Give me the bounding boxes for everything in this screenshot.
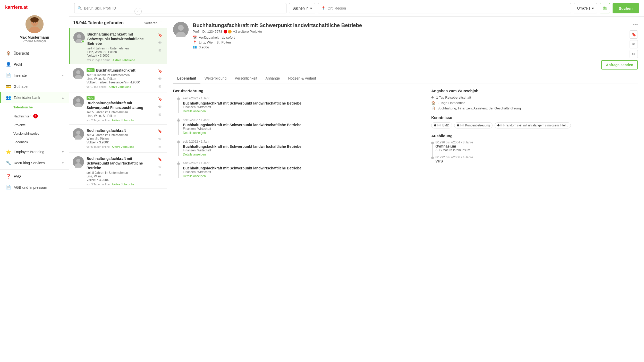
details-anzeigen-link[interactable]: Details anzeigen... <box>183 153 421 156</box>
sidebar-item-faq[interactable]: ❓ FAQ <box>0 171 69 182</box>
tab-lebenslauf[interactable]: Lebenslauf <box>173 74 200 83</box>
view-candidate-button[interactable]: 👁 <box>157 164 163 170</box>
candidate-name: Buchhaltungsfachkraft mit Schwerpunkt la… <box>87 32 154 46</box>
save-candidate-button[interactable]: 🔖 <box>157 32 163 38</box>
mail-candidate-button[interactable]: ✉ <box>157 111 163 118</box>
main-content: ‹ Suchen in ▾ 📍 Umkreis ▾ <box>69 0 644 362</box>
search-button[interactable]: Suchen <box>613 3 639 13</box>
view-candidate-button[interactable]: 👁 <box>157 104 163 110</box>
sidebar-item-agb[interactable]: 📄 AGB und Impressum <box>0 182 69 193</box>
mail-candidate-button[interactable]: ✉ <box>157 83 163 90</box>
candidate-duration: seit 8 Jahren im Unternehmen <box>87 171 154 175</box>
suchen-in-dropdown[interactable]: Suchen in ▾ <box>289 3 315 13</box>
salary-row: 💶 3.900€ <box>193 45 597 49</box>
chevron-left-icon: ‹ <box>138 10 139 13</box>
candidate-meta: vor 3 Tagen online Aktive Jobsuche <box>87 183 154 186</box>
location-input-wrap: 📍 <box>318 3 571 13</box>
sidebar-item-label: Profil <box>14 62 64 66</box>
sidebar-item-guthaben[interactable]: 💳 Guthaben <box>0 81 69 92</box>
sidebar-item-label: Guthaben <box>14 84 64 89</box>
save-candidate-button[interactable]: 🔖 <box>157 128 163 134</box>
tab-anhaenge[interactable]: Anhänge <box>261 74 284 83</box>
sub-nav-label: Talentsuche <box>13 105 33 109</box>
sidebar-item-profil[interactable]: 👤 Profil <box>0 59 69 70</box>
sidebar-item-employer-branding[interactable]: ⭐ Employer Branding ▾ <box>0 146 69 157</box>
save-candidate-button[interactable]: 🔖 <box>157 96 163 102</box>
view-candidate-button[interactable]: 👁 <box>157 40 163 46</box>
wunschjob-item-2: 🏠 2 Tage Homeoffice <box>431 101 638 105</box>
results-area: 15.944 Talente gefunden Sortieren <box>69 17 644 362</box>
more-options-button[interactable]: ••• <box>633 22 638 27</box>
sort-button[interactable]: Sortieren <box>144 21 163 25</box>
skill-dot <box>503 124 505 126</box>
filter-button[interactable] <box>600 3 610 13</box>
detail-avatar <box>173 22 189 37</box>
red-dot <box>224 30 227 33</box>
tab-notizen-verlauf[interactable]: Notizen & Verlauf <box>284 74 320 83</box>
anfrage-senden-button[interactable]: Anfrage senden <box>601 60 638 70</box>
candidate-avatar <box>73 96 84 107</box>
detail-tabs: Lebenslauf Weiterbildung Persönlichkeit … <box>173 74 638 83</box>
ausbildung-name: VHS <box>435 159 638 163</box>
experience-role: Buchhaltungsfachkraft mit Schwerpunkt la… <box>183 101 421 105</box>
details-anzeigen-link[interactable]: Details anzeigen... <box>183 131 421 135</box>
sidebar-item-label: Talentdatenbank <box>14 96 60 100</box>
skill-dot <box>460 124 462 126</box>
skill-dot <box>437 124 439 126</box>
job-search-input[interactable] <box>84 6 283 10</box>
candidate-card-4[interactable]: Buchhaltungsfachkraft seit 4 Jahren im U… <box>69 125 167 153</box>
new-badge: NEU <box>87 68 95 72</box>
candidate-duration: seit 4 Jahren im Unternehmen <box>87 133 154 137</box>
umkreis-dropdown[interactable]: Umkreis ▾ <box>574 3 597 13</box>
tab-persoenlichkeit[interactable]: Persönlichkeit <box>231 74 261 83</box>
sidebar-item-label: Übersicht <box>14 51 64 55</box>
candidate-card-1[interactable]: Buchhaltungsfachkraft mit Schwerpunkt la… <box>69 28 167 64</box>
online-status <box>81 40 84 43</box>
sidebar-item-feedback[interactable]: Feedback <box>0 138 69 146</box>
sidebar-item-uebersicht[interactable]: 🏠 Übersicht <box>0 48 69 59</box>
skills-list: BMD Kundenbetreuung <box>431 122 638 128</box>
timeline-dot <box>177 141 180 143</box>
skill-dots <box>457 124 464 126</box>
svg-point-10 <box>605 8 606 9</box>
mail-candidate-button[interactable]: ✉ <box>157 47 163 54</box>
sidebar-collapse-button[interactable]: ‹ <box>134 8 142 15</box>
save-candidate-button[interactable]: 🔖 <box>157 68 163 74</box>
candidate-location: Linz, Wien, St. Pölten <box>87 50 154 54</box>
sidebar-item-versionshinweise[interactable]: Versionshinweise <box>0 129 69 138</box>
sub-nav-label: Feedback <box>13 140 28 144</box>
svg-point-11 <box>604 9 605 10</box>
sidebar-item-recruiting-services[interactable]: 🔧 Recruiting Services ▾ <box>0 157 69 168</box>
view-detail-button[interactable]: 👁 <box>630 40 638 48</box>
sidebar-item-nachrichten[interactable]: Nachrichten 1 <box>0 111 69 121</box>
location-input[interactable] <box>328 6 568 10</box>
candidate-info: NEU Buchhaltungsfachkraft mit Schwerpunk… <box>87 96 154 122</box>
detail-location: Linz, Wien, St. Pölten <box>199 40 231 44</box>
candidate-time: vor 2 Tagen online <box>87 119 110 122</box>
mail-candidate-button[interactable]: ✉ <box>157 172 163 178</box>
ausbildung-item-1: 8/1996 bis 7/2004 • 8 Jahre Gymnasium AH… <box>431 141 638 152</box>
save-detail-button[interactable]: 🔖 <box>630 30 638 39</box>
sidebar-item-talentsuche[interactable]: Talentsuche <box>0 103 69 111</box>
experience-period: seit 9/2022 • 1 Jahr <box>183 161 421 165</box>
skill-label: Kundenbetreuung <box>465 124 490 127</box>
sidebar-item-talentdatenbank[interactable]: 👥 Talentdatenbank ▴ <box>0 92 69 103</box>
details-anzeigen-link[interactable]: Details anzeigen... <box>183 174 421 178</box>
sidebar-item-projekte[interactable]: Projekte <box>0 121 69 129</box>
kenntnisse-section: Kenntnisse BMD <box>431 115 638 128</box>
candidate-info: Buchhaltungsfachkraft seit 4 Jahren im U… <box>87 128 154 148</box>
mail-candidate-button[interactable]: ✉ <box>157 144 163 150</box>
sidebar-item-inserate[interactable]: 📄 Inserate ▾ <box>0 70 69 81</box>
candidate-card-3[interactable]: NEU Buchhaltungsfachkraft mit Schwerpunk… <box>69 92 167 125</box>
candidate-card-5[interactable]: Buchhaltungsfachkraft mit Schwerpunkt la… <box>69 153 167 189</box>
skill-tag-random: random skill mit ultralangem sinnlosem T… <box>495 122 571 128</box>
candidate-card-2[interactable]: NEU Buchhaltungsfachkraft seit 10 Jahren… <box>69 64 167 92</box>
view-candidate-button[interactable]: 👁 <box>157 136 163 142</box>
svg-point-4 <box>33 22 34 23</box>
tab-weiterbildung[interactable]: Weiterbildung <box>200 74 231 83</box>
avatar <box>26 15 44 33</box>
details-anzeigen-link[interactable]: Details anzeigen... <box>183 109 421 113</box>
save-candidate-button[interactable]: 🔖 <box>157 156 163 162</box>
view-candidate-button[interactable]: 👁 <box>157 76 163 82</box>
mail-detail-button[interactable]: ✉ <box>630 50 638 58</box>
